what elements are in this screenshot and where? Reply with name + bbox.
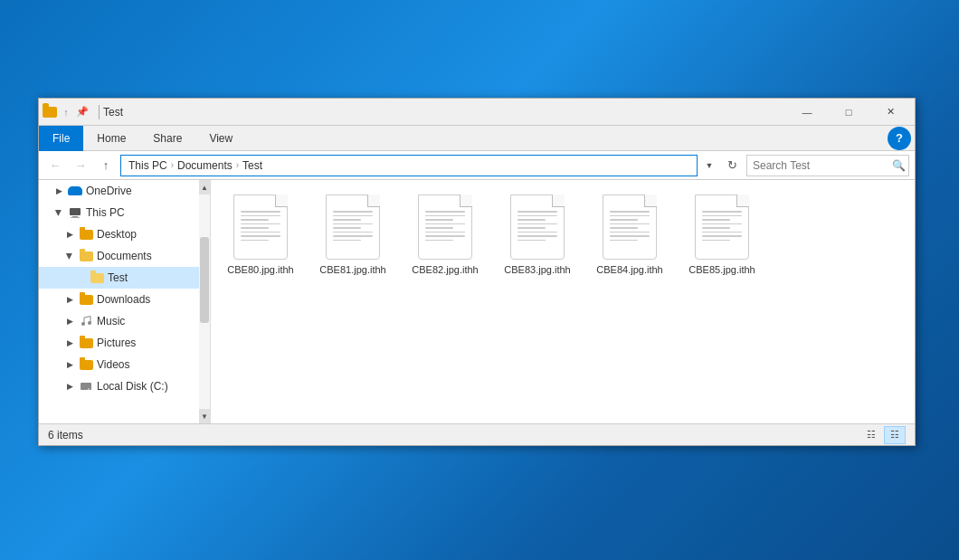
file-item-3[interactable]: CBE83.jpg.ithh	[497, 189, 578, 281]
expand-arrow-thispc: ▶	[53, 207, 64, 218]
svg-point-6	[88, 388, 90, 390]
scrollbar-track	[199, 195, 210, 409]
status-bar: 6 items ☷ ☷	[39, 423, 915, 445]
item-icon-thispc	[68, 205, 82, 220]
view-toggle: ☷ ☷	[860, 426, 906, 444]
sidebar-label-pictures: Pictures	[97, 337, 136, 349]
sidebar-scrollbar: ▲ ▼	[199, 180, 210, 423]
sidebar-item-onedrive[interactable]: ▶OneDrive	[39, 180, 199, 202]
file-name-5: CBE85.jpg.ithh	[688, 263, 755, 276]
main-area: ▶OneDrive▶This PC▶Desktop▶DocumentsTest▶…	[39, 180, 915, 423]
title-undo-icon[interactable]: ↑	[59, 105, 73, 119]
path-thispc[interactable]: This PC	[128, 159, 167, 172]
title-separator	[99, 105, 100, 119]
sidebar-label-thispc: This PC	[86, 206, 125, 219]
title-pin-icon[interactable]: 📌	[75, 105, 90, 119]
search-box[interactable]: 🔍	[746, 155, 909, 176]
window-title: Test	[103, 106, 786, 119]
file-name-0: CBE80.jpg.ithh	[227, 263, 293, 276]
search-icon[interactable]: 🔍	[892, 159, 906, 172]
minimize-button[interactable]: —	[786, 99, 828, 126]
tab-share[interactable]: Share	[139, 126, 195, 151]
svg-point-3	[81, 322, 85, 326]
expand-arrow-test	[75, 272, 86, 283]
item-icon-documents	[79, 249, 93, 263]
file-name-1: CBE81.jpg.ithh	[319, 263, 385, 276]
item-icon-downloads	[79, 292, 93, 307]
sidebar-item-documents[interactable]: ▶Documents	[39, 245, 199, 267]
address-dropdown[interactable]: ▼	[701, 155, 717, 176]
item-icon-videos	[79, 357, 93, 372]
address-bar: ← → ↑ This PC › Documents › Test ▼ ↻ 🔍	[39, 151, 915, 180]
scrollbar-thumb[interactable]	[200, 237, 209, 323]
expand-arrow-localdisk: ▶	[64, 381, 75, 392]
item-icon-pictures	[79, 336, 93, 350]
item-count: 6 items	[48, 429, 860, 441]
path-arrow-2: ›	[236, 160, 239, 170]
scroll-down-arrow[interactable]: ▼	[199, 409, 210, 423]
file-icon-5	[695, 195, 749, 260]
file-item-4[interactable]: CBE84.jpg.ithh	[589, 189, 670, 281]
scroll-up-arrow[interactable]: ▲	[199, 180, 210, 195]
file-icon-4	[603, 195, 657, 260]
refresh-button[interactable]: ↻	[721, 155, 743, 176]
sidebar-label-documents: Documents	[97, 250, 152, 262]
path-arrow-1: ›	[171, 160, 174, 170]
help-button[interactable]: ?	[888, 127, 911, 150]
item-icon-localdisk	[79, 379, 93, 394]
sidebar-item-pictures[interactable]: ▶Pictures	[39, 332, 199, 354]
file-icon-2	[418, 195, 472, 260]
expand-arrow-music: ▶	[64, 316, 75, 327]
tab-home[interactable]: Home	[83, 126, 139, 151]
title-bar-icons: ↑ 📌	[43, 105, 90, 119]
file-name-4: CBE84.jpg.ithh	[596, 263, 662, 276]
sidebar-label-music: Music	[97, 315, 125, 327]
file-item-0[interactable]: CBE80.jpg.ithh	[220, 189, 301, 281]
file-item-2[interactable]: CBE82.jpg.ithh	[404, 189, 486, 281]
sidebar-item-music[interactable]: ▶Music	[39, 310, 199, 332]
sidebar-label-onedrive: OneDrive	[86, 185, 132, 197]
up-button[interactable]: ↑	[95, 155, 117, 176]
sidebar: ▶OneDrive▶This PC▶Desktop▶DocumentsTest▶…	[39, 180, 211, 423]
expand-arrow-pictures: ▶	[64, 337, 75, 348]
tab-file[interactable]: File	[39, 126, 83, 151]
expand-arrow-downloads: ▶	[64, 294, 75, 305]
item-icon-desktop	[79, 227, 93, 242]
file-item-1[interactable]: CBE81.jpg.ithh	[312, 189, 394, 281]
item-icon-music	[79, 314, 93, 328]
path-test: Test	[242, 159, 262, 172]
sidebar-item-desktop[interactable]: ▶Desktop	[39, 223, 199, 245]
title-folder-icon	[43, 105, 57, 119]
maximize-button[interactable]: □	[828, 99, 869, 126]
address-path[interactable]: This PC › Documents › Test	[120, 155, 698, 176]
file-name-2: CBE82.jpg.ithh	[412, 263, 478, 276]
sidebar-item-thispc[interactable]: ▶This PC	[39, 202, 199, 223]
ribbon-tabs: File Home Share View ?	[39, 126, 915, 151]
svg-rect-0	[70, 208, 81, 215]
path-documents[interactable]: Documents	[177, 159, 233, 172]
file-item-5[interactable]: CBE85.jpg.ithh	[681, 189, 763, 281]
content-area: CBE80.jpg.ithh CBE81.jpg.ithh CBE82.jpg.…	[211, 180, 915, 423]
sidebar-label-downloads: Downloads	[97, 293, 150, 306]
close-button[interactable]: ✕	[869, 99, 911, 126]
sidebar-item-downloads[interactable]: ▶Downloads	[39, 289, 199, 310]
tab-view[interactable]: View	[195, 126, 246, 151]
file-icon-3	[510, 195, 565, 260]
expand-arrow-videos: ▶	[64, 359, 75, 370]
sidebar-item-localdisk[interactable]: ▶Local Disk (C:)	[39, 375, 199, 397]
forward-button[interactable]: →	[70, 155, 91, 176]
sidebar-label-videos: Videos	[97, 358, 129, 371]
svg-rect-2	[71, 217, 80, 218]
sidebar-item-videos[interactable]: ▶Videos	[39, 354, 199, 375]
file-icon-0	[233, 195, 288, 260]
file-explorer-window: ↑ 📌 Test — □ ✕ File Home Share View ? ← …	[38, 98, 916, 446]
item-icon-test	[90, 271, 104, 285]
sidebar-label-test: Test	[108, 271, 128, 284]
view-icon-button[interactable]: ☷	[884, 426, 906, 444]
view-list-button[interactable]: ☷	[860, 426, 882, 444]
back-button[interactable]: ←	[44, 155, 66, 176]
file-icon-1	[326, 195, 380, 260]
search-input[interactable]	[753, 159, 888, 172]
title-bar: ↑ 📌 Test — □ ✕	[39, 99, 915, 126]
sidebar-item-test[interactable]: Test	[39, 267, 199, 289]
